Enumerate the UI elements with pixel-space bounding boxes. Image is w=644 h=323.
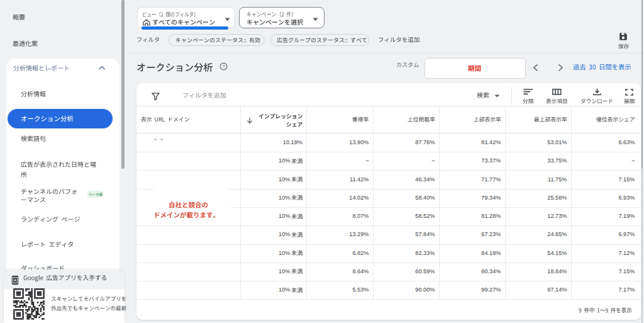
svg-text:?: ? <box>222 64 225 69</box>
